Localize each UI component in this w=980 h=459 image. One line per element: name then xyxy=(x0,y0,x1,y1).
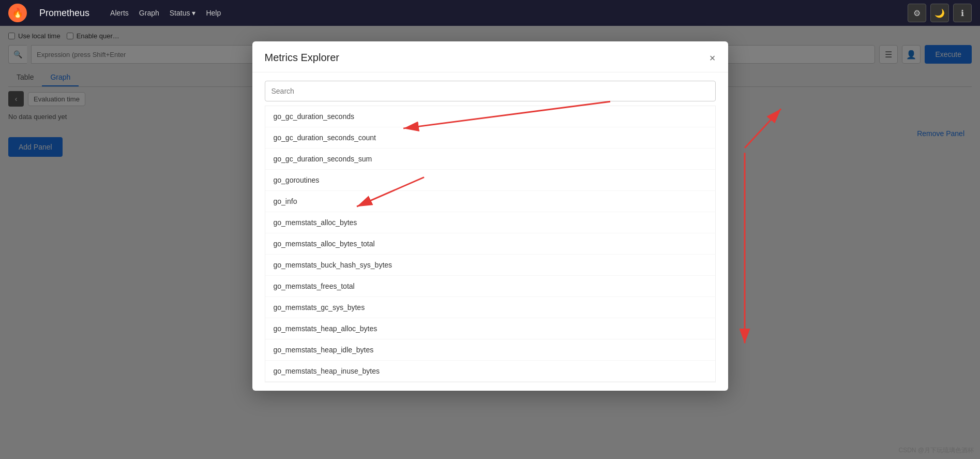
modal-title: Metrics Explorer xyxy=(265,52,339,64)
modal-header: Metrics Explorer × xyxy=(252,41,728,72)
metric-item[interactable]: go_memstats_buck_hash_sys_bytes xyxy=(265,255,715,276)
navbar-brand: Prometheus xyxy=(39,8,89,19)
metric-item[interactable]: go_memstats_heap_inuse_bytes xyxy=(265,361,715,382)
navbar-link-status[interactable]: Status ▾ xyxy=(170,9,196,17)
metrics-list: go_gc_duration_seconds go_gc_duration_se… xyxy=(265,106,716,382)
modal-overlay[interactable]: Metrics Explorer × go_gc_duration_second… xyxy=(0,26,980,459)
metric-item[interactable]: go_memstats_alloc_bytes_total xyxy=(265,233,715,255)
modal-close-button[interactable]: × xyxy=(710,53,716,63)
metric-item[interactable]: go_memstats_gc_sys_bytes xyxy=(265,297,715,318)
metric-item[interactable]: go_memstats_heap_alloc_bytes xyxy=(265,318,715,339)
metric-item[interactable]: go_gc_duration_seconds_sum xyxy=(265,149,715,170)
modal-body: go_gc_duration_seconds go_gc_duration_se… xyxy=(252,72,728,391)
theme-toggle-button[interactable]: 🌙 xyxy=(930,4,949,22)
metric-item[interactable]: go_gc_duration_seconds xyxy=(265,106,715,127)
metrics-search-input[interactable] xyxy=(265,81,716,101)
metric-item[interactable]: go_memstats_alloc_bytes xyxy=(265,212,715,233)
navbar-logo: 🔥 xyxy=(8,4,27,22)
navbar-links: Alerts Graph Status ▾ Help xyxy=(110,9,221,17)
main-area: Use local time Enable quer… 🔍 ☰ 👤 Execut… xyxy=(0,26,980,459)
info-icon-button[interactable]: ℹ xyxy=(953,4,972,22)
metric-item[interactable]: go_goroutines xyxy=(265,170,715,191)
navbar-link-graph[interactable]: Graph xyxy=(139,9,159,17)
metrics-explorer-modal: Metrics Explorer × go_gc_duration_second… xyxy=(252,41,728,391)
navbar-icons: ⚙ 🌙 ℹ xyxy=(908,4,972,22)
navbar-link-alerts[interactable]: Alerts xyxy=(110,9,129,17)
settings-icon-button[interactable]: ⚙ xyxy=(908,4,926,22)
watermark: CSDN @月下玩琉璃色酒杯 xyxy=(898,446,974,455)
metric-item[interactable]: go_memstats_heap_idle_bytes xyxy=(265,339,715,361)
metric-item[interactable]: go_gc_duration_seconds_count xyxy=(265,127,715,149)
metric-item[interactable]: go_info xyxy=(265,191,715,212)
metric-item[interactable]: go_memstats_frees_total xyxy=(265,276,715,297)
navbar-link-help[interactable]: Help xyxy=(206,9,221,17)
navbar: 🔥 Prometheus Alerts Graph Status ▾ Help … xyxy=(0,0,980,26)
